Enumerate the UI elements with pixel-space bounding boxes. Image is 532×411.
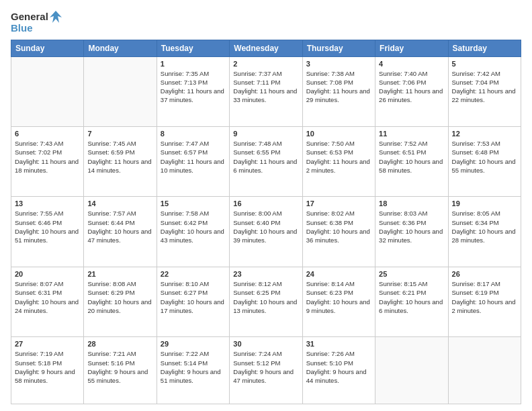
logo-general: General bbox=[11, 11, 48, 23]
day-number: 11 bbox=[379, 130, 444, 138]
day-number: 1 bbox=[161, 60, 226, 68]
calendar-week-row: 6Sunrise: 7:43 AM Sunset: 7:02 PM Daylig… bbox=[11, 126, 521, 196]
day-number: 2 bbox=[233, 60, 298, 68]
day-number: 31 bbox=[306, 340, 371, 348]
calendar-cell: 23Sunrise: 8:12 AM Sunset: 6:25 PM Dayli… bbox=[230, 267, 302, 336]
calendar-cell bbox=[448, 337, 521, 404]
day-number: 3 bbox=[306, 60, 371, 68]
day-of-week-header: Thursday bbox=[302, 40, 375, 56]
calendar-header-row: SundayMondayTuesdayWednesdayThursdayFrid… bbox=[11, 40, 521, 56]
header: General Blue bbox=[11, 11, 521, 34]
day-number: 21 bbox=[87, 270, 152, 278]
day-info: Sunrise: 7:24 AM Sunset: 5:12 PM Dayligh… bbox=[233, 349, 298, 385]
day-info: Sunrise: 8:00 AM Sunset: 6:40 PM Dayligh… bbox=[233, 209, 298, 244]
day-number: 19 bbox=[452, 199, 517, 208]
day-number: 18 bbox=[379, 199, 444, 208]
day-number: 30 bbox=[233, 340, 298, 348]
day-of-week-header: Monday bbox=[84, 40, 157, 56]
day-info: Sunrise: 7:48 AM Sunset: 6:55 PM Dayligh… bbox=[233, 139, 298, 175]
day-info: Sunrise: 7:22 AM Sunset: 5:14 PM Dayligh… bbox=[161, 349, 226, 385]
calendar-week-row: 20Sunrise: 8:07 AM Sunset: 6:31 PM Dayli… bbox=[11, 267, 521, 336]
day-info: Sunrise: 8:17 AM Sunset: 6:19 PM Dayligh… bbox=[452, 279, 517, 315]
calendar-cell: 26Sunrise: 8:17 AM Sunset: 6:19 PM Dayli… bbox=[448, 267, 521, 336]
calendar-cell: 22Sunrise: 8:10 AM Sunset: 6:27 PM Dayli… bbox=[157, 267, 229, 336]
calendar-cell: 2Sunrise: 7:37 AM Sunset: 7:11 PM Daylig… bbox=[230, 56, 302, 126]
day-number: 6 bbox=[15, 130, 80, 138]
page: General Blue SundayMondayTuesdayWednesda… bbox=[0, 0, 532, 411]
day-number: 17 bbox=[306, 199, 371, 208]
logo: General Blue bbox=[11, 11, 62, 34]
day-number: 13 bbox=[15, 199, 80, 208]
day-number: 24 bbox=[306, 270, 371, 278]
calendar-cell: 5Sunrise: 7:42 AM Sunset: 7:04 PM Daylig… bbox=[448, 56, 521, 126]
day-info: Sunrise: 7:26 AM Sunset: 5:10 PM Dayligh… bbox=[306, 349, 371, 385]
day-number: 16 bbox=[233, 199, 298, 208]
day-info: Sunrise: 8:03 AM Sunset: 6:36 PM Dayligh… bbox=[379, 209, 444, 244]
calendar-cell bbox=[11, 56, 84, 126]
calendar-cell bbox=[375, 337, 448, 404]
calendar-cell: 10Sunrise: 7:50 AM Sunset: 6:53 PM Dayli… bbox=[302, 126, 375, 196]
calendar-table: SundayMondayTuesdayWednesdayThursdayFrid… bbox=[11, 40, 521, 405]
calendar-week-row: 1Sunrise: 7:35 AM Sunset: 7:13 PM Daylig… bbox=[11, 56, 521, 126]
calendar-cell: 28Sunrise: 7:21 AM Sunset: 5:16 PM Dayli… bbox=[84, 337, 157, 404]
day-number: 25 bbox=[379, 270, 444, 278]
day-number: 9 bbox=[233, 130, 298, 138]
day-info: Sunrise: 7:58 AM Sunset: 6:42 PM Dayligh… bbox=[161, 209, 226, 244]
day-number: 20 bbox=[15, 270, 80, 278]
day-number: 23 bbox=[233, 270, 298, 278]
day-of-week-header: Saturday bbox=[448, 40, 521, 56]
day-info: Sunrise: 7:38 AM Sunset: 7:08 PM Dayligh… bbox=[306, 69, 371, 105]
calendar-cell: 7Sunrise: 7:45 AM Sunset: 6:59 PM Daylig… bbox=[84, 126, 157, 196]
day-of-week-header: Wednesday bbox=[230, 40, 302, 56]
calendar-week-row: 13Sunrise: 7:55 AM Sunset: 6:46 PM Dayli… bbox=[11, 197, 521, 267]
day-info: Sunrise: 7:50 AM Sunset: 6:53 PM Dayligh… bbox=[306, 139, 371, 175]
logo-blue: Blue bbox=[11, 23, 62, 34]
day-number: 12 bbox=[452, 130, 517, 138]
day-info: Sunrise: 7:35 AM Sunset: 7:13 PM Dayligh… bbox=[161, 69, 226, 105]
day-info: Sunrise: 8:07 AM Sunset: 6:31 PM Dayligh… bbox=[15, 279, 80, 315]
calendar-cell: 1Sunrise: 7:35 AM Sunset: 7:13 PM Daylig… bbox=[157, 56, 229, 126]
calendar-cell: 11Sunrise: 7:52 AM Sunset: 6:51 PM Dayli… bbox=[375, 126, 448, 196]
calendar-cell: 12Sunrise: 7:53 AM Sunset: 6:48 PM Dayli… bbox=[448, 126, 521, 196]
calendar-cell: 30Sunrise: 7:24 AM Sunset: 5:12 PM Dayli… bbox=[230, 337, 302, 404]
day-info: Sunrise: 7:40 AM Sunset: 7:06 PM Dayligh… bbox=[379, 69, 444, 105]
day-number: 4 bbox=[379, 60, 444, 68]
day-number: 27 bbox=[15, 340, 80, 348]
day-number: 22 bbox=[161, 270, 226, 278]
day-info: Sunrise: 7:21 AM Sunset: 5:16 PM Dayligh… bbox=[87, 349, 152, 385]
calendar-cell: 8Sunrise: 7:47 AM Sunset: 6:57 PM Daylig… bbox=[157, 126, 229, 196]
calendar-cell: 31Sunrise: 7:26 AM Sunset: 5:10 PM Dayli… bbox=[302, 337, 375, 404]
calendar-cell: 6Sunrise: 7:43 AM Sunset: 7:02 PM Daylig… bbox=[11, 126, 84, 196]
day-info: Sunrise: 7:42 AM Sunset: 7:04 PM Dayligh… bbox=[452, 69, 517, 105]
day-info: Sunrise: 8:05 AM Sunset: 6:34 PM Dayligh… bbox=[452, 209, 517, 244]
day-info: Sunrise: 8:15 AM Sunset: 6:21 PM Dayligh… bbox=[379, 279, 444, 315]
day-number: 5 bbox=[452, 60, 517, 68]
calendar-cell: 9Sunrise: 7:48 AM Sunset: 6:55 PM Daylig… bbox=[230, 126, 302, 196]
day-number: 10 bbox=[306, 130, 371, 138]
day-number: 28 bbox=[87, 340, 152, 348]
day-info: Sunrise: 7:57 AM Sunset: 6:44 PM Dayligh… bbox=[87, 209, 152, 244]
day-number: 29 bbox=[161, 340, 226, 348]
calendar-cell: 19Sunrise: 8:05 AM Sunset: 6:34 PM Dayli… bbox=[448, 197, 521, 267]
day-info: Sunrise: 7:53 AM Sunset: 6:48 PM Dayligh… bbox=[452, 139, 517, 175]
calendar-cell: 3Sunrise: 7:38 AM Sunset: 7:08 PM Daylig… bbox=[302, 56, 375, 126]
day-number: 15 bbox=[161, 199, 226, 208]
day-info: Sunrise: 8:10 AM Sunset: 6:27 PM Dayligh… bbox=[161, 279, 226, 315]
day-of-week-header: Sunday bbox=[11, 40, 84, 56]
calendar-week-row: 27Sunrise: 7:19 AM Sunset: 5:18 PM Dayli… bbox=[11, 337, 521, 404]
calendar-cell: 13Sunrise: 7:55 AM Sunset: 6:46 PM Dayli… bbox=[11, 197, 84, 267]
calendar-cell: 15Sunrise: 7:58 AM Sunset: 6:42 PM Dayli… bbox=[157, 197, 229, 267]
day-number: 26 bbox=[452, 270, 517, 278]
svg-marker-0 bbox=[50, 11, 62, 23]
day-info: Sunrise: 8:02 AM Sunset: 6:38 PM Dayligh… bbox=[306, 209, 371, 244]
logo-bird-icon bbox=[50, 11, 62, 23]
calendar-cell: 21Sunrise: 8:08 AM Sunset: 6:29 PM Dayli… bbox=[84, 267, 157, 336]
day-info: Sunrise: 7:45 AM Sunset: 6:59 PM Dayligh… bbox=[87, 139, 152, 175]
calendar-cell bbox=[84, 56, 157, 126]
calendar-cell: 27Sunrise: 7:19 AM Sunset: 5:18 PM Dayli… bbox=[11, 337, 84, 404]
day-info: Sunrise: 8:08 AM Sunset: 6:29 PM Dayligh… bbox=[87, 279, 152, 315]
day-info: Sunrise: 8:12 AM Sunset: 6:25 PM Dayligh… bbox=[233, 279, 298, 315]
day-number: 7 bbox=[87, 130, 152, 138]
calendar-cell: 17Sunrise: 8:02 AM Sunset: 6:38 PM Dayli… bbox=[302, 197, 375, 267]
day-info: Sunrise: 7:43 AM Sunset: 7:02 PM Dayligh… bbox=[15, 139, 80, 175]
